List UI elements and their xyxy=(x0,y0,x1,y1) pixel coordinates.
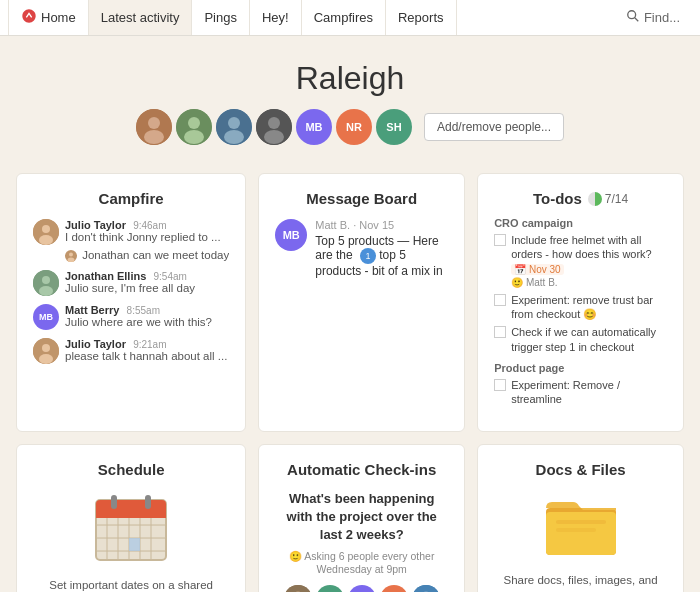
svg-point-43 xyxy=(412,585,440,592)
avatar-3[interactable] xyxy=(216,109,252,145)
ci-avatar-sh: SH xyxy=(316,585,344,592)
ci-avatar-1 xyxy=(284,585,312,592)
svg-point-18 xyxy=(69,252,73,256)
chat-content-2: Jonathan Ellins 9:54am Julio sure, I'm f… xyxy=(65,270,229,294)
ci-avatar-nr: NR xyxy=(380,585,408,592)
todos-header: To-dos 7/14 xyxy=(494,190,667,207)
checkins-schedule: 🙂 Asking 6 people every other Wednesday … xyxy=(275,550,448,575)
checkins-question: What's been happening with the project o… xyxy=(275,490,448,545)
todos-card: To-dos 7/14 CRO campaign Include free he… xyxy=(477,173,684,432)
svg-point-10 xyxy=(224,130,244,144)
avatar-1[interactable] xyxy=(136,109,172,145)
search-icon xyxy=(626,9,640,26)
calendar-icon xyxy=(91,490,171,565)
nav-reports-label: Reports xyxy=(398,10,444,25)
todo-item-1: Include free helmet with all orders - ho… xyxy=(494,233,667,289)
chat-avatar-julio2 xyxy=(33,338,59,364)
checkins-title: Automatic Check-ins xyxy=(275,461,448,478)
svg-rect-28 xyxy=(96,510,166,518)
chat-avatar-julio1 xyxy=(33,219,59,245)
svg-point-6 xyxy=(188,117,200,129)
mb-meta: Matt B. · Nov 15 xyxy=(315,219,448,231)
svg-point-22 xyxy=(39,286,53,296)
folder-svg xyxy=(541,490,621,560)
main-grid: Campfire Julio Taylor 9:46am I don't thi… xyxy=(0,161,700,592)
todo-checkbox-1[interactable] xyxy=(494,234,506,246)
chat-avatar-matt: MB xyxy=(33,304,59,330)
avatar-4[interactable] xyxy=(256,109,292,145)
nav-search[interactable]: Find... xyxy=(614,9,692,26)
nav-hey[interactable]: Hey! xyxy=(250,0,302,35)
avatar-mb[interactable]: MB xyxy=(296,109,332,145)
docs-description: Share docs, files, images, and spreadshe… xyxy=(494,572,667,592)
page-title: Raleigh xyxy=(0,60,700,97)
todo-section-cro: CRO campaign Include free helmet with al… xyxy=(494,217,667,354)
todos-progress-icon xyxy=(588,192,602,206)
svg-rect-30 xyxy=(145,495,151,509)
todo-checkbox-3[interactable] xyxy=(494,326,506,338)
svg-point-3 xyxy=(148,117,160,129)
todo-item-3: Check if we can automatically trigger st… xyxy=(494,325,667,354)
schedule-description: Set important dates on a shared schedule… xyxy=(33,577,229,592)
todos-title: To-dos xyxy=(533,190,582,207)
todo-section-product: Product page Experiment: Remove / stream… xyxy=(494,362,667,407)
mb-post-content: Matt B. · Nov 15 Top 5 products — Here a… xyxy=(315,219,448,278)
svg-point-25 xyxy=(39,354,53,364)
svg-line-1 xyxy=(635,18,639,22)
nav-latest-activity-label: Latest activity xyxy=(101,10,180,25)
message-board-card: Message Board MB Matt B. · Nov 15 Top 5 … xyxy=(258,173,465,432)
nav-home[interactable]: Home xyxy=(8,0,89,35)
svg-point-9 xyxy=(228,117,240,129)
checkins-card: Automatic Check-ins What's been happenin… xyxy=(258,444,465,592)
svg-point-0 xyxy=(628,11,636,19)
svg-point-40 xyxy=(284,585,312,592)
chat-item-4: Julio Taylor 9:21am please talk t hannah… xyxy=(33,338,229,364)
navigation: Home Latest activity Pings Hey! Campfire… xyxy=(0,0,700,36)
svg-point-21 xyxy=(42,276,50,284)
checkins-avatars: SH MB NR xyxy=(275,585,448,592)
ask-icon: 🙂 xyxy=(289,550,302,562)
nav-latest-activity[interactable]: Latest activity xyxy=(89,0,193,35)
svg-point-7 xyxy=(184,130,204,144)
mb-post-item[interactable]: MB Matt B. · Nov 15 Top 5 products — Her… xyxy=(275,219,448,278)
docs-title: Docs & Files xyxy=(494,461,667,478)
schedule-icon xyxy=(33,490,229,565)
svg-point-4 xyxy=(144,130,164,144)
schedule-title: Schedule xyxy=(33,461,229,478)
avatar-sh[interactable]: SH xyxy=(376,109,412,145)
nav-campfires[interactable]: Campfires xyxy=(302,0,386,35)
campfire-card: Campfire Julio Taylor 9:46am I don't thi… xyxy=(16,173,246,432)
docs-folder-icon xyxy=(494,490,667,560)
svg-point-24 xyxy=(42,344,50,352)
nav-reports[interactable]: Reports xyxy=(386,0,457,35)
todo-checkbox-2[interactable] xyxy=(494,294,506,306)
team-avatars: MB NR SH Add/remove people... xyxy=(0,109,700,145)
svg-point-13 xyxy=(264,130,284,144)
chat-item-1: Julio Taylor 9:46am I don't think Jonny … xyxy=(33,219,229,245)
message-board-title: Message Board xyxy=(275,190,448,207)
svg-rect-29 xyxy=(111,495,117,509)
add-people-button[interactable]: Add/remove people... xyxy=(424,113,564,141)
nav-home-label: Home xyxy=(41,10,76,25)
svg-rect-39 xyxy=(129,538,140,551)
nav-find-label: Find... xyxy=(644,10,680,25)
chat-avatar-jonathan xyxy=(33,270,59,296)
chat-item-sub1: Jonathan can we meet today xyxy=(33,249,229,262)
chat-content-1: Julio Taylor 9:46am I don't think Jonny … xyxy=(65,219,229,243)
nav-pings[interactable]: Pings xyxy=(192,0,250,35)
avatar-nr[interactable]: NR xyxy=(336,109,372,145)
ci-avatar-mb: MB xyxy=(348,585,376,592)
basecamp-logo-icon xyxy=(21,8,37,27)
svg-point-12 xyxy=(268,117,280,129)
todo-section-product-title: Product page xyxy=(494,362,667,374)
avatar-2[interactable] xyxy=(176,109,212,145)
todo-checkbox-4[interactable] xyxy=(494,379,506,391)
todo-item-4: Experiment: Remove / streamline xyxy=(494,378,667,407)
chat-content-4: Julio Taylor 9:21am please talk t hannah… xyxy=(65,338,229,362)
nav-pings-label: Pings xyxy=(204,10,237,25)
docs-card: Docs & Files Share docs, files, images, … xyxy=(477,444,684,592)
svg-rect-49 xyxy=(556,528,596,532)
mb-badge: 1 xyxy=(360,248,376,264)
mb-author-avatar: MB xyxy=(275,219,307,251)
svg-rect-47 xyxy=(546,512,616,555)
